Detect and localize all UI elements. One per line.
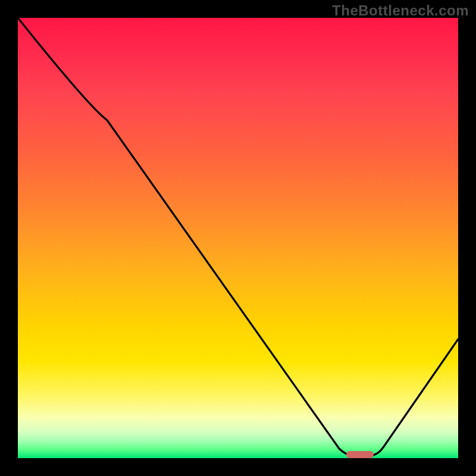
- chart-frame: TheBottleneck.com: [0, 0, 476, 476]
- optimal-marker: [346, 451, 374, 458]
- bottleneck-curve: [18, 18, 458, 458]
- plot-area: [18, 18, 458, 458]
- curve-path: [18, 18, 458, 456]
- watermark-text: TheBottleneck.com: [332, 2, 469, 19]
